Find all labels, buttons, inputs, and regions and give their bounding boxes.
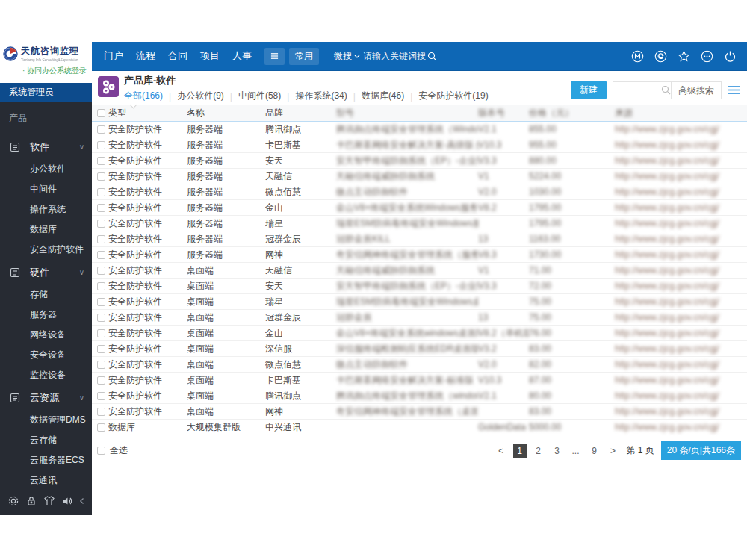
sidebar-group-1[interactable]: 软件∨: [0, 134, 92, 159]
row-checkbox[interactable]: [97, 376, 105, 385]
cell-source[interactable]: http://www.zjcg.gov.cn/cgj/: [615, 281, 747, 291]
table-search-icon[interactable]: [661, 85, 671, 95]
sidebar-item-1-5[interactable]: 安全防护软件: [0, 240, 92, 260]
sidebar-item-3-1[interactable]: 数据管理DMS: [0, 410, 92, 430]
message-icon[interactable]: [654, 50, 667, 63]
advanced-search-button[interactable]: 高级搜索: [671, 82, 721, 99]
row-checkbox[interactable]: [97, 235, 105, 243]
cell-source[interactable]: http://www.zjcg.gov.cn/cgj/: [615, 124, 747, 134]
sidebar-group-2[interactable]: 硬件∨: [0, 260, 92, 284]
cell-source[interactable]: http://www.zjcg.gov.cn/cgj/: [615, 375, 747, 385]
tab-6[interactable]: 安全防护软件(19): [418, 90, 488, 102]
row-checkbox[interactable]: [97, 314, 105, 322]
cell-source[interactable]: http://www.zjcg.gov.cn/cgj/: [615, 343, 747, 354]
star-icon[interactable]: [678, 50, 690, 63]
sidebar-group-3[interactable]: 云资源∨: [0, 385, 92, 410]
cell-source[interactable]: http://www.zjcg.gov.cn/cgj/: [615, 140, 747, 150]
new-button[interactable]: 新建: [571, 81, 607, 99]
wesearch-dropdown[interactable]: 微搜: [334, 50, 360, 63]
login-link[interactable]: · 协同办公系统登录: [3, 62, 89, 76]
tab-3[interactable]: 中间件(58): [238, 90, 281, 102]
page-next-button[interactable]: >: [607, 444, 620, 458]
nav-item-5[interactable]: 人事: [232, 49, 252, 63]
row-checkbox[interactable]: [97, 361, 105, 369]
cell-source[interactable]: http://www.zjcg.gov.cn/cgj/: [615, 422, 747, 432]
cell-source[interactable]: http://www.zjcg.gov.cn/cgj/: [615, 202, 747, 213]
row-checkbox[interactable]: [97, 345, 105, 353]
cell-source[interactable]: http://www.zjcg.gov.cn/cgj/: [615, 296, 747, 307]
cell-source[interactable]: http://www.zjcg.gov.cn/cgj/: [615, 155, 747, 166]
tab-2[interactable]: 办公软件(9): [177, 90, 224, 102]
select-all-control[interactable]: 全选: [92, 444, 128, 457]
row-checkbox[interactable]: [97, 282, 105, 290]
page-button-1[interactable]: 1: [513, 444, 527, 458]
tab-1[interactable]: 全部(166): [124, 90, 163, 102]
row-checkbox[interactable]: [97, 251, 105, 259]
cell-source[interactable]: http://www.zjcg.gov.cn/cgj/: [615, 406, 747, 417]
cell-source[interactable]: http://www.zjcg.gov.cn/cgj/: [615, 391, 747, 401]
cell-source[interactable]: http://www.zjcg.gov.cn/cgj/: [615, 187, 747, 197]
collapse-chevron-icon[interactable]: [79, 497, 84, 505]
sidebar-item-3-4[interactable]: 云通讯: [0, 470, 92, 487]
volume-icon[interactable]: [61, 495, 73, 507]
sidebar-item-3-2[interactable]: 云存储: [0, 430, 92, 450]
header-checkbox[interactable]: [97, 109, 105, 117]
nav-item-3[interactable]: 合同: [168, 49, 187, 63]
theme-shirt-icon[interactable]: [43, 495, 55, 507]
sidebar-item-1-3[interactable]: 操作系统: [0, 199, 92, 220]
row-checkbox[interactable]: [97, 408, 105, 416]
table-search-input[interactable]: [613, 82, 661, 99]
cell-brand: 腾讯御点: [265, 390, 336, 402]
row-checkbox[interactable]: [97, 204, 105, 212]
apps-menu-button[interactable]: [264, 48, 285, 65]
sidebar-item-1-4[interactable]: 数据库: [0, 220, 92, 240]
row-checkbox[interactable]: [97, 172, 105, 181]
page-button-2[interactable]: 2: [532, 444, 545, 458]
sidebar-item-2-1[interactable]: 存储: [0, 284, 92, 305]
row-checkbox[interactable]: [97, 392, 105, 400]
global-search-input[interactable]: [363, 51, 427, 61]
nav-item-4[interactable]: 项目: [200, 49, 220, 63]
page-button-3[interactable]: 3: [551, 444, 564, 458]
row-checkbox[interactable]: [97, 188, 105, 196]
select-all-checkbox[interactable]: [97, 447, 105, 455]
settings-gear-icon[interactable]: [7, 495, 19, 507]
cell-source[interactable]: http://www.zjcg.gov.cn/cgj/: [615, 328, 747, 338]
m-badge-icon[interactable]: [631, 50, 644, 63]
sidebar-item-3-3[interactable]: 云服务器ECS: [0, 450, 92, 470]
nav-item-2[interactable]: 流程: [136, 49, 155, 63]
sidebar-item-1-2[interactable]: 中间件: [0, 179, 92, 199]
power-icon[interactable]: [724, 50, 737, 63]
row-checkbox[interactable]: [97, 157, 105, 165]
row-checkbox[interactable]: [97, 220, 105, 228]
cell-source[interactable]: http://www.zjcg.gov.cn/cgj/: [615, 171, 747, 181]
sidebar-item-2-3[interactable]: 网络设备: [0, 325, 92, 345]
page-button-9[interactable]: 9: [588, 444, 601, 458]
search-icon[interactable]: [427, 52, 437, 61]
sidebar-item-1-1[interactable]: 办公软件: [0, 159, 92, 179]
cell-source[interactable]: http://www.zjcg.gov.cn/cgj/: [615, 249, 747, 260]
cell-source[interactable]: http://www.zjcg.gov.cn/cgj/: [615, 234, 747, 244]
row-checkbox[interactable]: [97, 141, 105, 149]
tab-4[interactable]: 操作系统(34): [295, 90, 347, 102]
cell-source[interactable]: http://www.zjcg.gov.cn/cgj/: [615, 218, 747, 228]
row-checkbox[interactable]: [97, 423, 105, 432]
row-checkbox[interactable]: [97, 125, 105, 134]
sidebar-item-2-2[interactable]: 服务器: [0, 305, 92, 325]
cell-source[interactable]: http://www.zjcg.gov.cn/cgj/: [615, 265, 747, 276]
sidebar-item-2-4[interactable]: 安全设备: [0, 345, 92, 365]
list-view-icon[interactable]: [728, 85, 740, 95]
page-prev-button[interactable]: <: [495, 444, 508, 458]
tab-5[interactable]: 数据库(46): [362, 90, 404, 102]
more-icon[interactable]: [701, 50, 713, 63]
cell-source[interactable]: http://www.zjcg.gov.cn/cgj/: [615, 312, 747, 323]
cell-source[interactable]: http://www.zjcg.gov.cn/cgj/: [615, 359, 747, 370]
row-checkbox[interactable]: [97, 267, 105, 275]
nav-item-1[interactable]: 门户: [104, 49, 123, 63]
sidebar-item-2-5[interactable]: 监控设备: [0, 365, 92, 385]
favorites-button[interactable]: 常用: [289, 48, 319, 65]
row-checkbox[interactable]: [97, 298, 105, 306]
row-checkbox[interactable]: [97, 329, 105, 337]
lock-icon[interactable]: [25, 495, 37, 507]
cell-brand: 金山: [265, 202, 336, 214]
